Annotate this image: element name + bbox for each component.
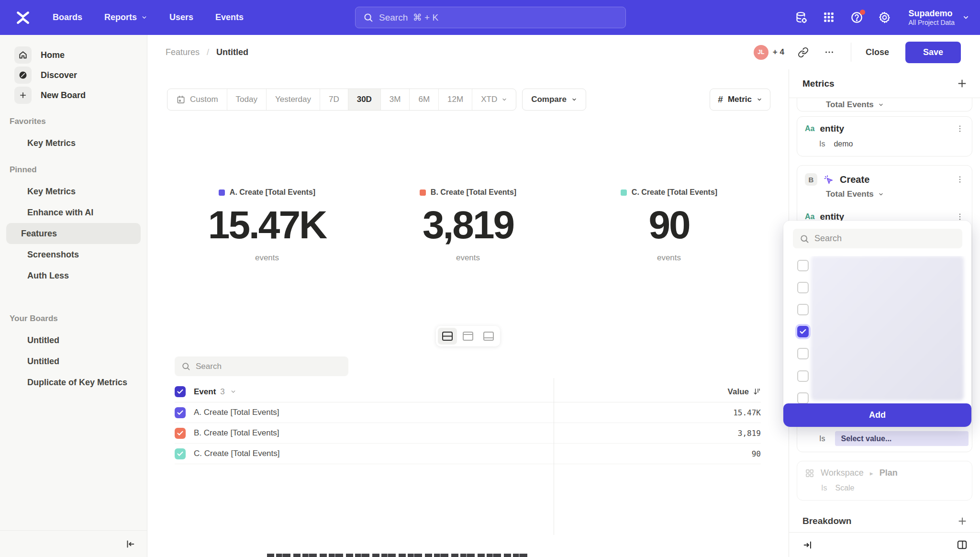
sidebar-item-new-board[interactable]: New Board <box>0 85 147 105</box>
avatar[interactable]: JL <box>754 45 768 60</box>
option-checkbox[interactable] <box>797 282 809 293</box>
metric-name[interactable]: Create <box>840 174 869 185</box>
metric-card-value: 15.47K <box>167 205 368 245</box>
breadcrumb-parent[interactable]: Features <box>166 47 200 57</box>
metric-card-a: A. Create [Total Events] 15.47K events <box>167 188 368 263</box>
nav-item-users[interactable]: Users <box>169 12 193 22</box>
workspace-plan-filter-card: Workspace ▸ Plan Is Scale <box>797 461 972 501</box>
event-type-selector[interactable]: Total Events <box>826 189 874 199</box>
sidebar-item-screenshots[interactable]: Screenshots <box>6 244 141 265</box>
layout-chart-icon[interactable] <box>458 328 478 345</box>
option-checkbox[interactable] <box>797 392 809 403</box>
sidebar-item-key-metrics[interactable]: Key Metrics <box>6 133 141 154</box>
option-checkbox[interactable] <box>797 370 809 382</box>
filter-card-entity: Aa entity Is demo <box>797 116 972 156</box>
date-range-xtd[interactable]: XTD <box>472 89 516 110</box>
collapse-sidebar-icon[interactable] <box>125 539 135 549</box>
date-range-7d[interactable]: 7D <box>320 89 348 110</box>
add-breakdown-icon[interactable] <box>958 516 967 526</box>
sidebar-item-auth-less[interactable]: Auth Less <box>6 265 141 286</box>
workspace-prop-label[interactable]: Plan <box>880 468 898 478</box>
select-all-checkbox[interactable] <box>175 386 186 397</box>
date-range-6m[interactable]: 6M <box>410 89 439 110</box>
option-checkbox[interactable] <box>797 348 809 359</box>
global-search-input[interactable] <box>379 12 609 23</box>
sidebar-item-features[interactable]: Features <box>6 223 141 244</box>
search-icon <box>181 362 190 371</box>
column-header-value[interactable]: Value <box>728 387 761 397</box>
table-row[interactable]: B. Create [Total Events] 3,819 <box>175 423 761 444</box>
date-range-tabs: Custom Today Yesterday 7D 30D 3M 6M 12M … <box>167 89 516 111</box>
sidebar-section-pinned: Pinned <box>0 165 147 176</box>
global-search-bar[interactable] <box>355 7 626 28</box>
collaborators-count[interactable]: + 4 <box>773 47 784 57</box>
home-icon <box>14 46 32 64</box>
sidebar-item-untitled-1[interactable]: Untitled <box>6 330 141 351</box>
kebab-menu-icon[interactable] <box>956 212 964 221</box>
option-checkbox-checked[interactable] <box>797 326 809 337</box>
metric-selector-button[interactable]: # Metric <box>710 89 770 111</box>
property-name[interactable]: entity <box>820 123 844 134</box>
table-row[interactable]: C. Create [Total Events] 90 <box>175 444 761 464</box>
date-range-3m[interactable]: 3M <box>381 89 410 110</box>
apps-grid-icon[interactable] <box>823 11 835 24</box>
add-button[interactable]: Add <box>783 403 971 427</box>
date-range-custom[interactable]: Custom <box>167 89 227 110</box>
dropdown-search-input[interactable] <box>814 234 958 244</box>
breadcrumb-current[interactable]: Untitled <box>216 47 248 57</box>
collapse-panel-icon[interactable] <box>802 540 813 550</box>
sidebar-item-duplicate-key-metrics[interactable]: Duplicate of Key Metrics <box>6 372 141 393</box>
nav-item-events[interactable]: Events <box>215 12 244 22</box>
date-range-12m[interactable]: 12M <box>439 89 472 110</box>
nav-item-reports[interactable]: Reports <box>104 12 147 22</box>
date-range-yesterday[interactable]: Yesterday <box>267 89 320 110</box>
event-type-selector[interactable]: Total Events <box>826 100 874 110</box>
select-value-field[interactable]: Select value... <box>835 431 969 446</box>
close-button[interactable]: Close <box>866 47 889 57</box>
dropdown-search-field[interactable] <box>793 229 962 248</box>
filter-operator[interactable]: Is <box>819 140 825 148</box>
filter-value[interactable]: demo <box>834 140 853 148</box>
mixpanel-logo-icon[interactable] <box>14 9 32 26</box>
option-checkbox[interactable] <box>797 260 809 271</box>
copy-link-icon[interactable] <box>798 47 809 58</box>
add-metric-icon[interactable] <box>957 78 967 89</box>
save-button[interactable]: Save <box>905 42 961 63</box>
layout-switcher <box>436 326 500 346</box>
metric-card-unit: events <box>368 253 568 263</box>
kebab-menu-icon[interactable] <box>956 175 964 184</box>
table-search-input[interactable] <box>196 362 339 371</box>
date-range-today[interactable]: Today <box>227 89 267 110</box>
workspace-group-label[interactable]: Workspace <box>821 468 864 478</box>
help-icon[interactable] <box>850 11 863 24</box>
kebab-menu-icon[interactable] <box>956 124 964 133</box>
sidebar-item-key-metrics-2[interactable]: Key Metrics <box>6 181 141 202</box>
sidebar-item-discover[interactable]: Discover <box>0 65 147 85</box>
settings-gear-icon[interactable] <box>878 11 891 24</box>
chevron-down-icon[interactable] <box>962 14 969 21</box>
column-header-event[interactable]: Event <box>194 387 216 397</box>
nav-item-boards[interactable]: Boards <box>53 12 82 22</box>
compare-button[interactable]: Compare <box>522 89 586 111</box>
layout-split-icon[interactable] <box>438 328 457 345</box>
table-search-field[interactable] <box>175 356 348 376</box>
more-options-icon[interactable] <box>824 47 835 57</box>
chevron-down-icon[interactable] <box>230 389 236 395</box>
row-checkbox[interactable] <box>175 428 186 439</box>
date-range-30d[interactable]: 30D <box>348 89 381 110</box>
sidebar-item-enhance-with-ai[interactable]: Enhance with AI <box>6 202 141 223</box>
option-checkbox[interactable] <box>797 304 809 315</box>
row-checkbox[interactable] <box>175 407 186 418</box>
panel-layout-icon[interactable] <box>957 539 968 550</box>
metric-card-label: C. Create [Total Events] <box>621 188 717 197</box>
row-value: 3,819 <box>738 429 761 438</box>
sidebar-item-home[interactable]: Home <box>0 45 147 65</box>
workspace-switcher[interactable]: Supademo All Project Data <box>909 9 955 26</box>
data-management-icon[interactable] <box>795 11 808 24</box>
metric-card-label: A. Create [Total Events] <box>219 188 315 197</box>
sidebar-item-untitled-2[interactable]: Untitled <box>6 351 141 372</box>
table-row[interactable]: A. Create [Total Events] 15.47K <box>175 402 761 423</box>
layout-table-icon[interactable] <box>479 328 498 345</box>
filter-operator[interactable]: Is <box>819 434 825 443</box>
row-checkbox[interactable] <box>175 448 186 459</box>
